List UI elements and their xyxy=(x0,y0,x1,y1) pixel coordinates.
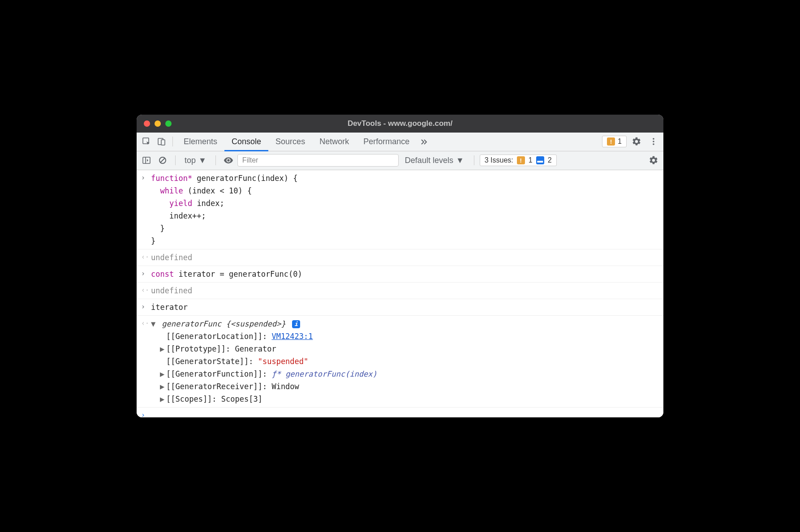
console-toolbar: top ▼ Default levels ▼ 3 Issues: ! 1 ▬ 2 xyxy=(137,151,663,170)
disclosure-triangle-icon[interactable]: ▶ xyxy=(160,368,166,380)
inspect-element-icon[interactable] xyxy=(139,134,154,149)
divider xyxy=(215,155,216,165)
prop-key: [[GeneratorLocation]]: xyxy=(166,332,271,341)
input-marker-icon: › xyxy=(141,268,145,279)
maximize-window-button[interactable] xyxy=(165,120,172,127)
kebab-menu-icon[interactable] xyxy=(646,134,661,149)
object-property[interactable]: [[GeneratorState]]: "suspended" xyxy=(160,355,663,368)
code-text: index++; xyxy=(151,210,663,222)
prop-value: Generator xyxy=(235,344,276,353)
disclosure-triangle-icon[interactable]: ▶ xyxy=(160,343,166,355)
svg-line-9 xyxy=(160,158,165,163)
chevron-down-icon: ▼ xyxy=(198,156,206,165)
prop-value: Window xyxy=(271,382,299,391)
info-icon: ▬ xyxy=(536,156,544,164)
tab-sources[interactable]: Sources xyxy=(268,132,312,151)
svg-rect-2 xyxy=(161,140,165,145)
console-output-row: ‹· undefined xyxy=(137,249,663,266)
object-property[interactable]: ▶[[Prototype]]: Generator xyxy=(160,343,663,355)
more-tabs-icon[interactable] xyxy=(417,134,431,149)
console-output-row: ‹· ▼ generatorFunc {<suspended>} i [[Gen… xyxy=(137,316,663,408)
devtools-window: DevTools - www.google.com/ Elements Cons… xyxy=(137,115,663,418)
disclosure-triangle-icon[interactable]: ▼ xyxy=(151,317,157,330)
prompt-marker-icon: › xyxy=(141,410,145,417)
code-text: } xyxy=(151,235,663,247)
tab-elements[interactable]: Elements xyxy=(176,132,224,151)
input-marker-icon: › xyxy=(141,301,145,313)
svg-rect-6 xyxy=(143,157,150,163)
spacer xyxy=(160,330,166,343)
issues-warn-count: 1 xyxy=(529,156,533,164)
filter-input[interactable] xyxy=(237,154,399,167)
issues-info-count: 2 xyxy=(548,156,552,164)
console-input-row[interactable]: › const iterator = generatorFunc(0) xyxy=(137,266,663,283)
tab-console[interactable]: Console xyxy=(224,132,268,151)
tab-network[interactable]: Network xyxy=(312,132,356,151)
output-marker-icon: ‹· xyxy=(141,252,149,263)
output-marker-icon: ‹· xyxy=(141,285,149,296)
context-label: top xyxy=(185,156,196,165)
prop-value: generatorFunc(index) xyxy=(285,369,377,378)
prop-key: [[GeneratorState]]: xyxy=(166,357,258,366)
traffic-lights xyxy=(137,120,172,127)
code-text: } xyxy=(151,222,663,235)
prop-value: "suspended" xyxy=(258,357,309,366)
undefined-value: undefined xyxy=(151,253,192,262)
code-keyword: function* xyxy=(151,174,192,183)
console-prompt[interactable]: › xyxy=(137,408,663,417)
console-input-row[interactable]: › function* generatorFunc(index) { while… xyxy=(137,170,663,249)
context-select[interactable]: top ▼ xyxy=(181,156,210,165)
console-settings-icon[interactable] xyxy=(646,153,661,167)
prop-key: [[Prototype]]: xyxy=(166,344,235,353)
warning-count: 1 xyxy=(618,137,622,146)
issues-badge[interactable]: 3 Issues: ! 1 ▬ 2 xyxy=(480,154,557,166)
code-text xyxy=(151,199,169,208)
warnings-badge[interactable]: ! 1 xyxy=(602,136,627,147)
code-text xyxy=(151,186,160,195)
object-property[interactable]: [[GeneratorLocation]]: VM12423:1 xyxy=(160,330,663,343)
disclosure-triangle-icon[interactable]: ▶ xyxy=(160,380,166,393)
object-property[interactable]: ▶[[GeneratorReceiver]]: Window xyxy=(160,380,663,393)
main-tabbar: Elements Console Sources Network Perform… xyxy=(137,133,663,151)
divider xyxy=(172,137,173,146)
tab-performance[interactable]: Performance xyxy=(356,132,417,151)
close-window-button[interactable] xyxy=(144,120,150,127)
brace: { xyxy=(226,319,231,328)
window-title: DevTools - www.google.com/ xyxy=(137,119,663,128)
object-property[interactable]: ▶[[GeneratorFunction]]: ƒ* generatorFunc… xyxy=(160,368,663,380)
divider xyxy=(175,155,176,165)
code-text: iterator = generatorFunc(0) xyxy=(174,270,302,279)
code-keyword: while xyxy=(160,186,183,195)
sidebar-toggle-icon[interactable] xyxy=(139,153,154,167)
live-expression-icon[interactable] xyxy=(221,153,236,167)
info-icon[interactable]: i xyxy=(292,320,300,328)
fn-marker: ƒ* xyxy=(271,369,285,378)
undefined-value: undefined xyxy=(151,286,192,295)
titlebar: DevTools - www.google.com/ xyxy=(137,115,663,133)
brace: } xyxy=(281,319,285,328)
disclosure-triangle-icon[interactable]: ▶ xyxy=(160,393,166,405)
console-body: › function* generatorFunc(index) { while… xyxy=(137,170,663,418)
code-text: generatorFunc(index) { xyxy=(192,174,297,183)
code-keyword: const xyxy=(151,270,174,279)
code-keyword: yield xyxy=(169,199,192,208)
settings-icon[interactable] xyxy=(629,134,644,149)
console-input-row[interactable]: › iterator xyxy=(137,299,663,316)
minimize-window-button[interactable] xyxy=(155,120,161,127)
warning-icon: ! xyxy=(517,156,525,164)
device-toolbar-icon[interactable] xyxy=(155,134,169,149)
object-name: generatorFunc xyxy=(162,319,226,328)
source-link[interactable]: VM12423:1 xyxy=(271,332,313,341)
object-property[interactable]: ▶[[Scopes]]: Scopes[3] xyxy=(160,393,663,405)
code-text: index; xyxy=(192,199,224,208)
input-marker-icon: › xyxy=(141,172,145,184)
svg-point-5 xyxy=(653,143,654,145)
warning-icon: ! xyxy=(607,137,615,146)
svg-point-4 xyxy=(653,141,654,142)
log-level-select[interactable]: Default levels ▼ xyxy=(400,156,469,165)
clear-console-icon[interactable] xyxy=(155,153,170,167)
chevron-down-icon: ▼ xyxy=(456,156,464,165)
spacer xyxy=(160,355,166,368)
prop-key: [[Scopes]]: xyxy=(166,395,221,403)
issues-label: 3 Issues: xyxy=(485,156,513,164)
